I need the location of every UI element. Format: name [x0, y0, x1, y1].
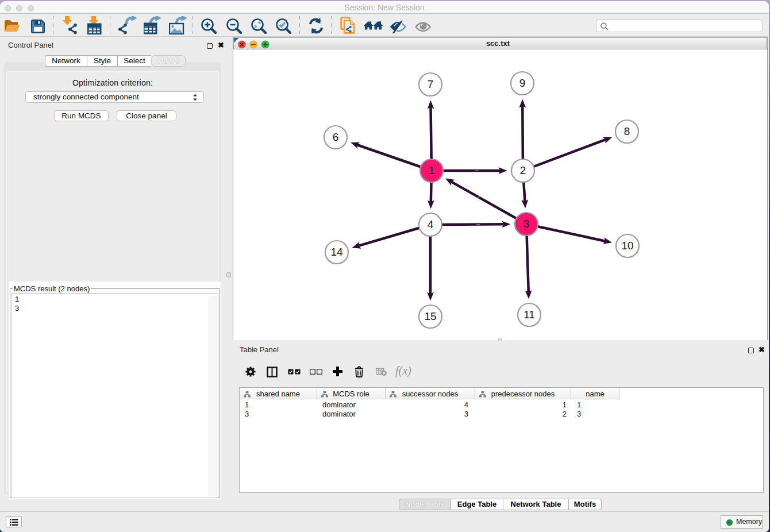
svg-text:7: 7 [428, 78, 434, 90]
svg-text:3: 3 [523, 218, 530, 230]
svg-text:1: 1 [429, 164, 435, 176]
svg-text:11: 11 [523, 309, 535, 321]
svg-text:9: 9 [519, 77, 526, 89]
svg-text:6: 6 [333, 131, 339, 143]
svg-text:14: 14 [330, 246, 343, 258]
svg-text:10: 10 [621, 240, 633, 252]
svg-text:4: 4 [428, 218, 434, 230]
svg-text:15: 15 [424, 310, 436, 322]
svg-text:8: 8 [624, 125, 630, 137]
svg-text:2: 2 [520, 164, 526, 176]
